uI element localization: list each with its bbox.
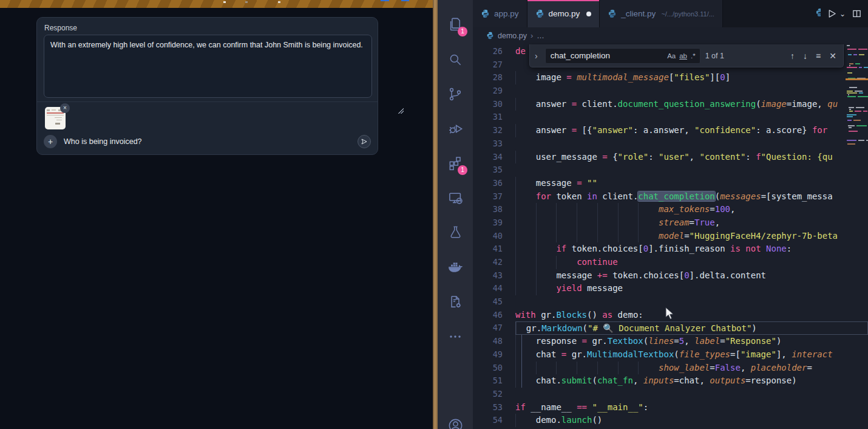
activity-source-control[interactable]: [441, 77, 470, 111]
code-line-51[interactable]: 51 chat.submit(chat_fn, inputs=chat, out…: [473, 374, 868, 388]
active-indent-guide: [521, 335, 522, 388]
line-number: 42: [473, 256, 515, 269]
tab-label: app.py: [494, 9, 519, 18]
code-line-48[interactable]: 48 response = gr.Textbox(lines=5, label=…: [473, 335, 868, 348]
response-textarea[interactable]: With an extremely high level of confiden…: [44, 35, 372, 98]
code-area[interactable]: 26de2728 image = multimodal_message["fil…: [473, 44, 868, 429]
code-line-29[interactable]: 29: [473, 84, 868, 98]
line-number: 26: [473, 45, 515, 58]
line-number: 29: [473, 84, 515, 98]
run-file-button[interactable]: [827, 9, 837, 19]
breadcrumb-file[interactable]: demo.py: [498, 32, 527, 40]
find-input[interactable]: [551, 51, 665, 60]
code-line-34[interactable]: 34 user_message = {"role": "user", "cont…: [473, 151, 868, 164]
breadcrumb[interactable]: demo.py › …: [473, 27, 868, 44]
code-line-54[interactable]: 54 demo.launch(): [473, 414, 868, 427]
code-line-35[interactable]: 35: [473, 163, 868, 177]
line-number: 35: [473, 163, 515, 177]
activity-cmake-tools[interactable]: [441, 284, 470, 319]
tab-client-py[interactable]: _client.py ~/.../python3.11/...: [600, 0, 723, 27]
match-case-button[interactable]: Aa: [665, 51, 677, 61]
find-in-selection-button[interactable]: ≡: [814, 51, 822, 61]
code-line-50[interactable]: 50 show_label=False, placeholder=: [473, 362, 868, 375]
chat-text-input[interactable]: Who is being invoiced?: [64, 137, 351, 146]
python-icon: [481, 9, 490, 18]
line-number: 43: [473, 269, 515, 283]
modified-dot-icon[interactable]: [586, 12, 591, 16]
code-line-43[interactable]: 43 message += token.choices[0].delta.con…: [473, 269, 868, 283]
code-line-46[interactable]: 46with gr.Blocks() as demo:: [473, 309, 868, 322]
code-line-49[interactable]: 49 chat = gr.MultimodalTextbox(file_type…: [473, 348, 868, 362]
line-number: 28: [473, 71, 515, 84]
activity-account[interactable]: [447, 417, 464, 429]
tab-demo-py[interactable]: demo.py: [527, 0, 600, 27]
code-line-36[interactable]: 36 message = "": [473, 177, 868, 190]
add-file-button[interactable]: +: [44, 135, 57, 148]
activity-more[interactable]: [441, 319, 470, 354]
split-editor-button[interactable]: [852, 9, 862, 19]
python-icon: [608, 9, 617, 18]
code-line-40[interactable]: 40 model="HuggingFaceH4/zephyr-7b-beta: [473, 230, 868, 243]
split-editor-icon: [852, 9, 862, 19]
regex-button[interactable]: .*: [689, 51, 697, 61]
line-number: 46: [473, 309, 515, 322]
stripe-speck: [278, 1, 280, 3]
run-icon: [827, 9, 837, 19]
docker-whale-icon: [447, 259, 464, 276]
code-line-45[interactable]: 45: [473, 295, 868, 309]
breadcrumb-symbol[interactable]: …: [537, 32, 544, 40]
chevron-down-icon: ⌄: [839, 10, 846, 18]
stripe-speck: [401, 0, 409, 1]
find-input-box: Aa ab .*: [545, 48, 700, 64]
line-number: 39: [473, 216, 515, 230]
code-line-37[interactable]: 37 for token in client.chat_completion(m…: [473, 190, 868, 204]
pane-divider-sash[interactable]: [433, 0, 438, 429]
card-divider: [37, 101, 378, 102]
remove-attachment-button[interactable]: ×: [60, 103, 70, 113]
activity-explorer[interactable]: 1: [441, 7, 470, 42]
find-next-button[interactable]: ↓: [801, 51, 809, 61]
run-dropdown-button[interactable]: ⌄: [839, 10, 846, 18]
code-line-30[interactable]: 30 answer = client.document_question_ans…: [473, 98, 868, 111]
code-line-53[interactable]: 53if __name__ == "__main__":: [473, 401, 868, 414]
editor: app.py demo.py _client.py ~/.../python3.…: [473, 0, 868, 429]
find-close-button[interactable]: ✕: [827, 51, 838, 61]
gradio-app-pane: Response With an extremely high level of…: [0, 0, 433, 429]
send-button[interactable]: [358, 135, 371, 148]
scrolled-tab-python-icon[interactable]: [815, 8, 821, 19]
response-label: Response: [37, 18, 378, 35]
python-icon: [486, 32, 494, 39]
code-line-52[interactable]: 52: [473, 388, 868, 401]
stripe-speck: [381, 0, 389, 1]
code-line-47[interactable]: 47 gr.Markdown("# 🔍 Document Analyzer Ch…: [473, 321, 868, 335]
whole-word-button[interactable]: ab: [677, 51, 689, 61]
code-lines: 26de2728 image = multimodal_message["fil…: [473, 45, 868, 429]
activity-run-debug[interactable]: [441, 111, 470, 146]
top-stripe-bar: [0, 0, 433, 8]
textarea-resize-handle[interactable]: [398, 108, 404, 114]
find-expand-button[interactable]: ›: [532, 51, 540, 61]
find-widget: › Aa ab .* 1 of 1 ↑ ↓ ≡ ✕: [529, 44, 844, 67]
code-line-44[interactable]: 44 yield message: [473, 282, 868, 295]
extensions-badge: 1: [458, 165, 467, 175]
code-line-28[interactable]: 28 image = multimodal_message["files"][0…: [473, 71, 868, 84]
code-line-31[interactable]: 31: [473, 111, 868, 124]
line-number: 40: [473, 230, 515, 243]
activity-remote-explorer[interactable]: [441, 180, 470, 215]
tab-app-py[interactable]: app.py: [473, 0, 527, 27]
activity-testing[interactable]: [441, 215, 470, 250]
code-line-33[interactable]: 33: [473, 137, 868, 151]
line-number: 41: [473, 242, 515, 256]
minimap[interactable]: [846, 45, 868, 149]
activity-search[interactable]: [441, 42, 470, 77]
code-line-39[interactable]: 39 stream=True,: [473, 216, 868, 230]
code-line-32[interactable]: 32 answer = [{"answer": a.answer, "confi…: [473, 124, 868, 137]
code-line-41[interactable]: 41 if token.choices[0].finish_reason is …: [473, 242, 868, 256]
activity-extensions[interactable]: 1: [441, 146, 470, 180]
code-line-42[interactable]: 42 continue: [473, 256, 868, 269]
find-previous-button[interactable]: ↑: [788, 51, 796, 61]
activity-docker[interactable]: [441, 250, 470, 284]
screen: Response With an extremely high level of…: [0, 0, 868, 429]
code-line-38[interactable]: 38 max_tokens=100,: [473, 203, 868, 216]
python-icon: [535, 9, 544, 18]
